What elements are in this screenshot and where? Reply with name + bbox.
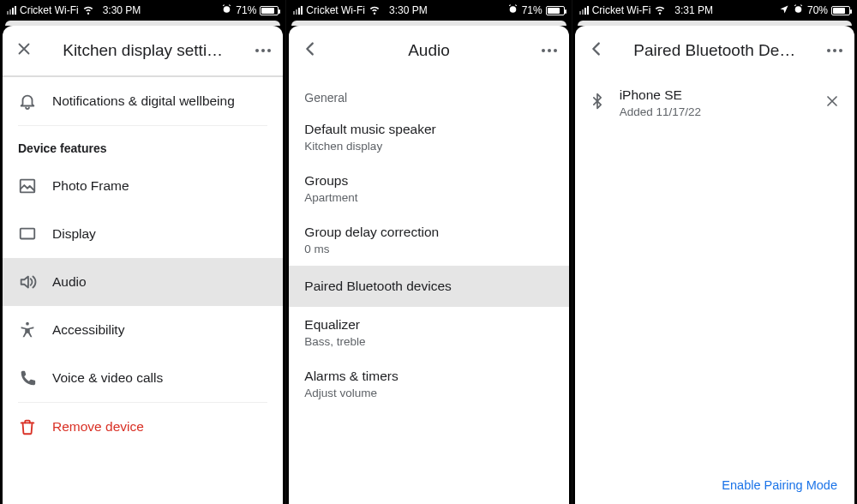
section-device-features: Device features <box>3 126 283 162</box>
battery-pct: 71% <box>236 4 256 16</box>
header: Kitchen display setti… <box>3 26 283 75</box>
row-label: Photo Frame <box>52 178 267 194</box>
alarm-icon <box>221 3 232 17</box>
paired-device-row[interactable]: iPhone SE Added 11/17/22 <box>575 75 854 130</box>
row-voice-video[interactable]: Voice & video calls <box>3 354 283 402</box>
photo-frame-icon <box>18 177 37 195</box>
row-label: Display <box>52 226 267 242</box>
row-photo-frame[interactable]: Photo Frame <box>3 162 283 210</box>
row-label: Accessibility <box>52 322 267 338</box>
status-bar: Cricket Wi-Fi 3:30 PM 71% <box>286 0 571 21</box>
carrier-label: Cricket Wi-Fi <box>592 4 651 16</box>
carrier-label: Cricket Wi-Fi <box>306 4 365 16</box>
screen-3-paired-devices: Cricket Wi-Fi 3:31 PM 70% Paired Bluetoo… <box>572 0 857 504</box>
row-label: Default music speaker <box>304 122 553 137</box>
row-label: Groups <box>304 173 553 189</box>
row-audio[interactable]: Audio <box>3 258 283 306</box>
row-accessibility[interactable]: Accessibility <box>3 306 283 354</box>
audio-icon <box>18 273 37 291</box>
page-title: Kitchen display setti… <box>40 41 245 60</box>
row-alarms[interactable]: Alarms & timers Adjust volume <box>289 358 568 410</box>
row-default-speaker[interactable]: Default music speaker Kitchen display <box>289 111 568 163</box>
signal-icon <box>579 6 589 15</box>
battery-icon <box>831 6 850 15</box>
row-label: Paired Bluetooth devices <box>304 279 553 294</box>
overflow-menu-button[interactable] <box>817 49 842 52</box>
row-label: Alarms & timers <box>304 369 553 384</box>
device-name: iPhone SE <box>620 87 810 103</box>
row-sublabel: Bass, treble <box>304 335 553 348</box>
row-label: Notifications & digital wellbeing <box>52 93 267 109</box>
display-icon <box>18 225 37 243</box>
section-general: General <box>289 75 568 111</box>
header: Paired Bluetooth De… <box>575 26 854 75</box>
status-bar: Cricket Wi-Fi 3:30 PM 71% <box>0 0 285 21</box>
svg-point-4 <box>509 6 516 13</box>
overflow-menu-button[interactable] <box>531 49 557 52</box>
screen-2-audio: Cricket Wi-Fi 3:30 PM 71% Audio General <box>285 0 571 504</box>
page-title: Audio <box>327 41 530 60</box>
accessibility-icon <box>18 321 37 339</box>
time-label: 3:30 PM <box>389 4 428 16</box>
battery-pct: 70% <box>807 4 828 16</box>
row-label: Equalizer <box>304 317 553 333</box>
carrier-label: Cricket Wi-Fi <box>20 4 79 16</box>
back-button[interactable] <box>301 39 327 62</box>
bluetooth-icon <box>589 93 606 113</box>
close-button[interactable] <box>15 39 40 62</box>
status-bar: Cricket Wi-Fi 3:31 PM 70% <box>572 0 857 21</box>
row-label: Voice & video calls <box>52 370 267 386</box>
svg-point-5 <box>795 6 802 13</box>
row-group-delay[interactable]: Group delay correction 0 ms <box>289 214 568 266</box>
alarm-icon <box>507 3 518 17</box>
row-groups[interactable]: Groups Apartment <box>289 163 568 214</box>
row-label: Group delay correction <box>304 225 553 240</box>
svg-point-0 <box>224 6 231 13</box>
overflow-menu-button[interactable] <box>245 49 271 52</box>
time-label: 3:31 PM <box>674 4 713 16</box>
device-added: Added 11/17/22 <box>620 105 810 118</box>
enable-pairing-mode-link[interactable]: Enable Pairing Mode <box>722 478 837 492</box>
svg-point-3 <box>26 322 29 326</box>
wifi-icon <box>82 3 94 18</box>
row-label: Audio <box>52 274 267 290</box>
wifi-icon <box>654 3 666 18</box>
wifi-icon <box>369 3 381 18</box>
row-sublabel: Adjust volume <box>304 387 553 399</box>
trash-icon <box>18 417 37 436</box>
row-sublabel: Kitchen display <box>304 140 553 153</box>
location-icon <box>779 4 789 17</box>
battery-icon <box>260 6 279 15</box>
row-notifications[interactable]: Notifications & digital wellbeing <box>3 77 283 125</box>
row-sublabel: 0 ms <box>304 243 553 255</box>
back-button[interactable] <box>587 39 613 62</box>
remove-device-button[interactable] <box>824 93 841 113</box>
battery-icon <box>546 6 565 15</box>
row-equalizer[interactable]: Equalizer Bass, treble <box>289 307 568 358</box>
time-label: 3:30 PM <box>103 4 141 16</box>
signal-icon <box>293 6 303 15</box>
row-remove-device[interactable]: Remove device <box>3 403 283 451</box>
signal-icon <box>7 6 16 15</box>
row-display[interactable]: Display <box>3 210 283 258</box>
header: Audio <box>289 26 568 75</box>
phone-icon <box>18 369 37 387</box>
screen-1-device-settings: Cricket Wi-Fi 3:30 PM 71% Kitchen dis <box>0 0 285 504</box>
battery-pct: 71% <box>522 4 542 16</box>
row-paired-bluetooth[interactable]: Paired Bluetooth devices <box>289 266 568 307</box>
row-sublabel: Apartment <box>304 191 553 204</box>
bell-icon <box>18 92 37 111</box>
svg-rect-2 <box>21 229 35 239</box>
alarm-icon <box>793 3 804 17</box>
row-label: Remove device <box>52 419 267 435</box>
page-title: Paired Bluetooth De… <box>613 41 817 60</box>
